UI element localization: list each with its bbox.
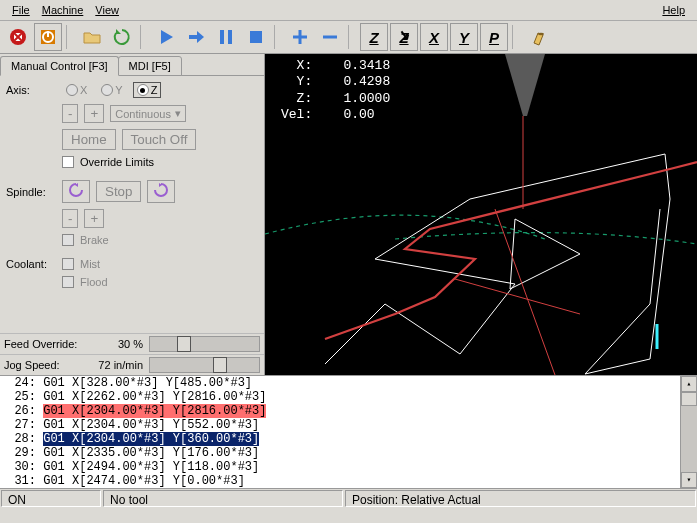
gcode-line[interactable]: 31: G01 X[2474.00*#3] Y[0.00*#3] xyxy=(0,474,697,488)
home-button[interactable]: Home xyxy=(62,129,116,150)
axis-y-radio[interactable]: Y xyxy=(97,82,126,98)
spindle-ccw-button[interactable] xyxy=(62,180,90,203)
override-limits-checkbox[interactable]: Override Limits xyxy=(62,156,154,168)
view-z-button[interactable]: Z xyxy=(360,23,388,51)
menu-file[interactable]: File xyxy=(6,2,36,18)
axis-x-radio[interactable]: X xyxy=(62,82,91,98)
axis-label: Axis: xyxy=(6,84,56,96)
spindle-plus-button[interactable]: + xyxy=(84,209,104,228)
spindle-cw-button[interactable] xyxy=(147,180,175,203)
clear-plot-button[interactable] xyxy=(524,23,552,51)
view-p-button[interactable]: P xyxy=(480,23,508,51)
run-button[interactable] xyxy=(152,23,180,51)
gcode-line[interactable]: 26: G01 X[2304.00*#3] Y[2816.00*#3] xyxy=(0,404,697,418)
flood-checkbox[interactable]: Flood xyxy=(62,276,108,288)
jog-minus-button[interactable]: - xyxy=(62,104,78,123)
scroll-up-button[interactable]: ▴ xyxy=(681,376,697,392)
chevron-down-icon: ▾ xyxy=(175,107,181,120)
spindle-label: Spindle: xyxy=(6,186,56,198)
jog-speed-label: Jog Speed: xyxy=(4,359,94,371)
svg-point-13 xyxy=(538,33,544,35)
scroll-down-button[interactable]: ▾ xyxy=(681,472,697,488)
jog-speed-slider[interactable] xyxy=(149,357,260,373)
gcode-listing[interactable]: 24: G01 X[328.00*#3] Y[485.00*#3] 25: G0… xyxy=(0,375,697,488)
mist-checkbox[interactable]: Mist xyxy=(62,258,100,270)
gcode-line[interactable]: 25: G01 X[2262.00*#3] Y[2816.00*#3] xyxy=(0,390,697,404)
touchoff-button[interactable]: Touch Off xyxy=(122,129,197,150)
svg-rect-7 xyxy=(220,30,224,44)
estop-button[interactable] xyxy=(4,23,32,51)
svg-line-16 xyxy=(455,279,580,314)
axis-z-radio[interactable]: Z xyxy=(133,82,162,98)
open-file-button[interactable] xyxy=(78,23,106,51)
gcode-line[interactable]: 24: G01 X[328.00*#3] Y[485.00*#3] xyxy=(0,376,697,390)
brake-checkbox[interactable]: Brake xyxy=(62,234,109,246)
zoom-in-button[interactable] xyxy=(286,23,314,51)
svg-rect-8 xyxy=(228,30,232,44)
view-x-button[interactable]: X xyxy=(420,23,448,51)
gcode-line[interactable]: 27: G01 X[2304.00*#3] Y[552.00*#3] xyxy=(0,418,697,432)
jog-speed-value: 72 in/min xyxy=(94,359,149,371)
gcode-scrollbar[interactable]: ▴ ▾ xyxy=(680,376,697,488)
zoom-out-button[interactable] xyxy=(316,23,344,51)
spindle-stop-button[interactable]: Stop xyxy=(96,181,141,202)
status-state: ON xyxy=(1,490,101,507)
power-button[interactable] xyxy=(34,23,62,51)
feed-override-slider[interactable] xyxy=(149,336,260,352)
coolant-label: Coolant: xyxy=(6,258,56,270)
pause-button[interactable] xyxy=(212,23,240,51)
feed-override-value: 30 % xyxy=(94,338,149,350)
toolpath-preview[interactable]: X: 0.3418 Y: 0.4298 Z: 1.0000 Vel: 0.00 xyxy=(265,54,697,375)
view-z2-button[interactable]: ↘Z xyxy=(390,23,418,51)
view-y-button[interactable]: Y xyxy=(450,23,478,51)
menu-help[interactable]: Help xyxy=(656,2,691,18)
feed-override-label: Feed Override: xyxy=(4,338,94,350)
status-position: Position: Relative Actual xyxy=(345,490,696,507)
stop-button[interactable] xyxy=(242,23,270,51)
menu-machine[interactable]: Machine xyxy=(36,2,90,18)
status-tool: No tool xyxy=(103,490,343,507)
gcode-line[interactable]: 29: G01 X[2335.00*#3] Y[176.00*#3] xyxy=(0,446,697,460)
jog-increment-select[interactable]: Continuous▾ xyxy=(110,105,186,122)
spindle-minus-button[interactable]: - xyxy=(62,209,78,228)
jog-plus-button[interactable]: + xyxy=(84,104,104,123)
step-button[interactable] xyxy=(182,23,210,51)
reload-button[interactable] xyxy=(108,23,136,51)
gcode-line[interactable]: 30: G01 X[2494.00*#3] Y[118.00*#3] xyxy=(0,460,697,474)
svg-rect-9 xyxy=(250,31,262,43)
gcode-line[interactable]: 28: G01 X[2304.00*#3] Y[360.00*#3] xyxy=(0,432,697,446)
tab-mdi[interactable]: MDI [F5] xyxy=(118,56,182,76)
tab-manual[interactable]: Manual Control [F3] xyxy=(0,56,119,76)
menu-view[interactable]: View xyxy=(89,2,125,18)
svg-line-15 xyxy=(495,209,555,375)
